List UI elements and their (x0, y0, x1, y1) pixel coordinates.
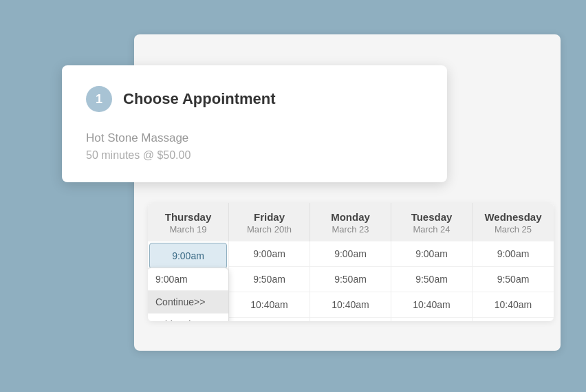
day-date-4: March 25 (478, 224, 548, 235)
step-number: 1 (96, 92, 102, 107)
day-name-1: Friday (235, 211, 304, 223)
day-date-1: March 20th (235, 224, 304, 235)
day-date-0: March 19 (153, 224, 223, 235)
time-slot-fri-1040[interactable]: 10:40am (229, 292, 310, 318)
time-slot-wed-1040[interactable]: 10:40am (473, 292, 554, 318)
day-header-monday: Monday March 23 (310, 203, 391, 241)
day-name-4: Wednesday (478, 211, 548, 223)
day-header-tuesday: Tuesday March 24 (391, 203, 473, 241)
day-header-thursday: Thursday March 19 (148, 203, 229, 241)
time-slot-fri-900[interactable]: 9:00am (229, 241, 310, 267)
card-header: 1 Choose Appointment (86, 86, 423, 112)
time-slot-thu-900[interactable]: 9:00am (149, 243, 227, 269)
time-slot-mon-900[interactable]: 9:00am (310, 241, 391, 267)
time-slots-grid: 9:00am 9:00am Continue>> Add a Time... R… (148, 241, 554, 321)
time-col-monday: 9:00am 9:50am 10:40am (310, 241, 391, 321)
service-name: Hot Stone Massage (86, 131, 423, 145)
time-col-wednesday: 9:00am 9:50am 10:40am (473, 241, 554, 321)
time-slot-tue-950[interactable]: 9:50am (391, 267, 472, 292)
popup-time: 9:00am (148, 268, 228, 291)
time-col-thursday: 9:00am 9:00am Continue>> Add a Time... R… (148, 241, 229, 321)
card-title: Choose Appointment (123, 90, 276, 108)
day-name-2: Monday (316, 211, 385, 223)
time-slot-mon-1040[interactable]: 10:40am (310, 292, 391, 318)
time-slot-mon-950[interactable]: 9:50am (310, 267, 391, 292)
day-headers: Thursday March 19 Friday March 20th Mond… (148, 203, 554, 241)
popup-continue-button[interactable]: Continue>> (148, 291, 228, 314)
time-slot-wed-900[interactable]: 9:00am (473, 241, 554, 267)
service-details: 50 minutes @ $50.00 (86, 149, 423, 162)
day-date-2: March 23 (316, 224, 385, 235)
time-slot-tue-1040[interactable]: 10:40am (391, 292, 472, 318)
time-slot-wed-950[interactable]: 9:50am (473, 267, 554, 292)
popup-add-time-button[interactable]: Add a Time... (148, 314, 228, 321)
main-card: 1 Choose Appointment Hot Stone Massage 5… (62, 65, 447, 182)
day-name-0: Thursday (153, 211, 223, 223)
day-date-3: March 24 (397, 224, 466, 235)
calendar-section: Thursday March 19 Friday March 20th Mond… (148, 203, 554, 321)
time-slot-tue-900[interactable]: 9:00am (391, 241, 472, 267)
day-header-friday: Friday March 20th (229, 203, 310, 241)
time-slot-popup: 9:00am Continue>> Add a Time... Recurrin… (148, 268, 229, 321)
time-col-friday: 9:00am 9:50am 10:40am (229, 241, 310, 321)
step-circle: 1 (86, 86, 112, 112)
time-slot-fri-950[interactable]: 9:50am (229, 267, 310, 292)
day-name-3: Tuesday (397, 211, 466, 223)
day-header-wednesday: Wednesday March 25 (473, 203, 554, 241)
time-col-tuesday: 9:00am 9:50am 10:40am (391, 241, 473, 321)
